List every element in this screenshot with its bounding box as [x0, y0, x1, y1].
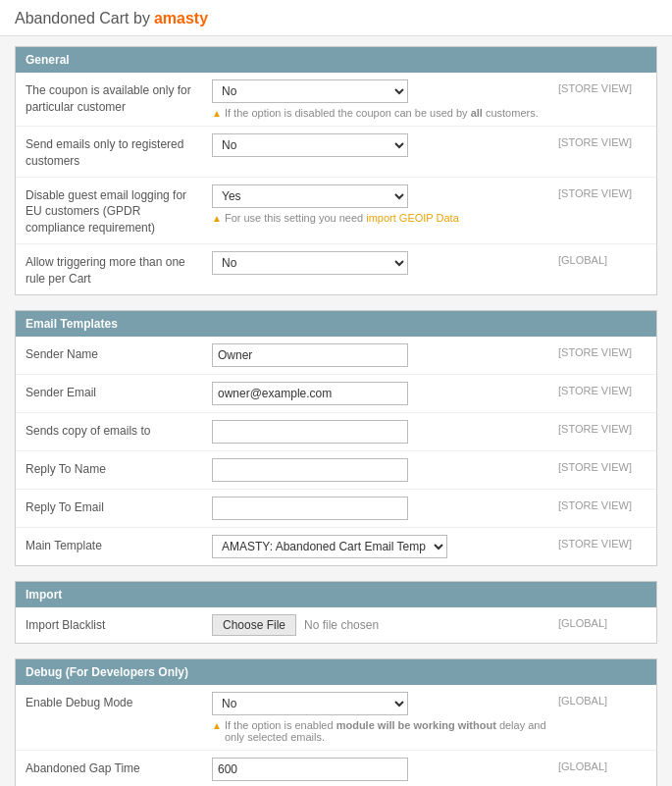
row-sends-copy: Sends copy of emails to [STORE VIEW] [16, 413, 656, 451]
section-import-header: Import [16, 582, 656, 607]
control-row-allow-triggering: No Yes [GLOBAL] [212, 251, 646, 275]
label-sender-email: Sender Email [26, 382, 212, 401]
section-email-templates-header: Email Templates [16, 311, 656, 337]
row-main-template: Main Template AMASTY: Abandoned Cart Ema… [16, 528, 656, 565]
hint-enable-debug-mode: ▲ If the option is enabled module will b… [212, 719, 548, 743]
row-sender-email: Sender Email [STORE VIEW] [16, 375, 656, 413]
input-sender-name[interactable] [212, 343, 408, 367]
brand-logo: amasty [154, 10, 208, 27]
scope-allow-triggering: [GLOBAL] [558, 251, 646, 266]
label-enable-debug-mode: Enable Debug Mode [26, 692, 212, 711]
row-allow-triggering: Allow triggering more than one rule per … [16, 244, 656, 294]
choose-file-button[interactable]: Choose File [212, 614, 296, 636]
row-send-emails-registered: Send emails only to registered customers… [16, 127, 656, 178]
row-coupon-particular: The coupon is available only for particu… [16, 73, 656, 127]
hint-icon-coupon-particular: ▲ [212, 108, 222, 119]
control-area-sender-name [212, 343, 548, 367]
control-row-reply-to-name: [STORE VIEW] [212, 458, 646, 482]
control-row-enable-debug-mode: No Yes ▲ If the option is enabled module… [212, 692, 646, 743]
scope-sender-name: [STORE VIEW] [558, 343, 646, 358]
input-reply-to-email[interactable] [212, 497, 408, 520]
label-abandoned-gap-time: Abandoned Gap Time [26, 758, 212, 777]
control-area-main-template: AMASTY: Abandoned Cart Email Template [212, 535, 548, 558]
page-header: Abandoned Cart by amasty [0, 0, 672, 36]
control-area-allow-triggering: No Yes [212, 251, 548, 275]
hint-disable-guest-logging: ▲ For use this setting you need import G… [212, 212, 548, 224]
section-email-templates: Email Templates Sender Name [STORE VIEW]… [15, 310, 657, 566]
section-email-templates-body: Sender Name [STORE VIEW] Sender Email [S… [16, 337, 656, 565]
label-allow-triggering: Allow triggering more than one rule per … [26, 251, 212, 288]
select-enable-debug-mode[interactable]: No Yes [212, 692, 408, 715]
section-import: Import Import Blacklist Choose File No f… [15, 581, 657, 644]
section-debug-header: Debug (For Developers Only) [16, 659, 656, 685]
control-area-sender-email [212, 382, 548, 405]
section-import-body: Import Blacklist Choose File No file cho… [16, 607, 656, 643]
control-row-main-template: AMASTY: Abandoned Cart Email Template [S… [212, 535, 646, 558]
input-reply-to-name[interactable] [212, 458, 408, 482]
control-row-reply-to-email: [STORE VIEW] [212, 497, 646, 520]
scope-disable-guest-logging: [STORE VIEW] [558, 184, 646, 199]
scope-import-blacklist: [GLOBAL] [558, 614, 646, 629]
row-reply-to-name: Reply To Name [STORE VIEW] [16, 451, 656, 490]
scope-sends-copy: [STORE VIEW] [558, 420, 646, 435]
label-reply-to-name: Reply To Name [26, 458, 212, 478]
control-row-coupon-particular: No Yes ▲ If the option is disabled the c… [212, 79, 646, 119]
control-area-abandoned-gap-time: ▲ Time after which cart is abandoned. In… [212, 758, 548, 786]
section-general: General The coupon is available only for… [15, 46, 657, 295]
label-send-emails-registered: Send emails only to registered customers [26, 133, 212, 170]
scope-coupon-particular: [STORE VIEW] [558, 79, 646, 94]
scope-reply-to-email: [STORE VIEW] [558, 497, 646, 511]
select-disable-guest-logging[interactable]: No Yes [212, 184, 408, 208]
row-sender-name: Sender Name [STORE VIEW] [16, 337, 656, 375]
select-send-emails-registered[interactable]: No Yes [212, 133, 408, 157]
select-allow-triggering[interactable]: No Yes [212, 251, 408, 275]
control-row-sender-name: [STORE VIEW] [212, 343, 646, 367]
input-abandoned-gap-time[interactable] [212, 758, 408, 781]
scope-main-template: [STORE VIEW] [558, 535, 646, 550]
label-coupon-particular: The coupon is available only for particu… [26, 79, 212, 116]
hint-icon-debug-mode: ▲ [212, 720, 222, 731]
import-geoip-link[interactable]: import GEOIP Data [366, 212, 459, 224]
select-coupon-particular[interactable]: No Yes [212, 79, 408, 103]
label-sender-name: Sender Name [26, 343, 212, 363]
control-row-disable-guest-logging: No Yes ▲ For use this setting you need i… [212, 184, 646, 224]
control-row-import-blacklist: Choose File No file chosen [GLOBAL] [212, 614, 646, 636]
scope-send-emails-registered: [STORE VIEW] [558, 133, 646, 148]
control-area-sends-copy [212, 420, 548, 444]
label-disable-guest-logging: Disable guest email logging for EU custo… [26, 184, 212, 236]
label-main-template: Main Template [26, 535, 212, 554]
control-area-send-emails-registered: No Yes [212, 133, 548, 157]
hint-coupon-particular: ▲ If the option is disabled the coupon c… [212, 107, 548, 119]
scope-enable-debug-mode: [GLOBAL] [558, 692, 646, 707]
scope-sender-email: [STORE VIEW] [558, 382, 646, 396]
content-area: General The coupon is available only for… [0, 36, 672, 786]
control-area-disable-guest-logging: No Yes ▲ For use this setting you need i… [212, 184, 548, 224]
select-main-template[interactable]: AMASTY: Abandoned Cart Email Template [212, 535, 447, 558]
section-debug: Debug (For Developers Only) Enable Debug… [15, 658, 657, 786]
row-import-blacklist: Import Blacklist Choose File No file cho… [16, 607, 656, 643]
hint-text-disable-guest-logging: For use this setting you need import GEO… [225, 212, 459, 224]
file-input-area: Choose File No file chosen [212, 614, 548, 636]
control-row-sends-copy: [STORE VIEW] [212, 420, 646, 444]
hint-text-coupon-particular: If the option is disabled the coupon can… [225, 107, 539, 119]
section-debug-body: Enable Debug Mode No Yes ▲ If the option… [16, 685, 656, 786]
control-area-reply-to-name [212, 458, 548, 482]
row-abandoned-gap-time: Abandoned Gap Time ▲ Time after which ca… [16, 751, 656, 786]
control-row-abandoned-gap-time: ▲ Time after which cart is abandoned. In… [212, 758, 646, 786]
row-enable-debug-mode: Enable Debug Mode No Yes ▲ If the option… [16, 685, 656, 751]
control-area-enable-debug-mode: No Yes ▲ If the option is enabled module… [212, 692, 548, 743]
control-area-import-blacklist: Choose File No file chosen [212, 614, 548, 636]
input-sends-copy[interactable] [212, 420, 408, 444]
hint-icon-disable-guest-logging: ▲ [212, 213, 222, 224]
hint-text-debug-mode: If the option is enabled module will be … [225, 719, 548, 743]
input-sender-email[interactable] [212, 382, 408, 405]
label-reply-to-email: Reply To Email [26, 497, 212, 516]
control-row-send-emails-registered: No Yes [STORE VIEW] [212, 133, 646, 157]
label-sends-copy: Sends copy of emails to [26, 420, 212, 440]
control-area-reply-to-email [212, 497, 548, 520]
section-general-header: General [16, 47, 656, 73]
row-disable-guest-logging: Disable guest email logging for EU custo… [16, 178, 656, 244]
scope-reply-to-name: [STORE VIEW] [558, 458, 646, 473]
scope-abandoned-gap-time: [GLOBAL] [558, 758, 646, 772]
page-title-prefix: Abandoned Cart by [15, 10, 150, 27]
